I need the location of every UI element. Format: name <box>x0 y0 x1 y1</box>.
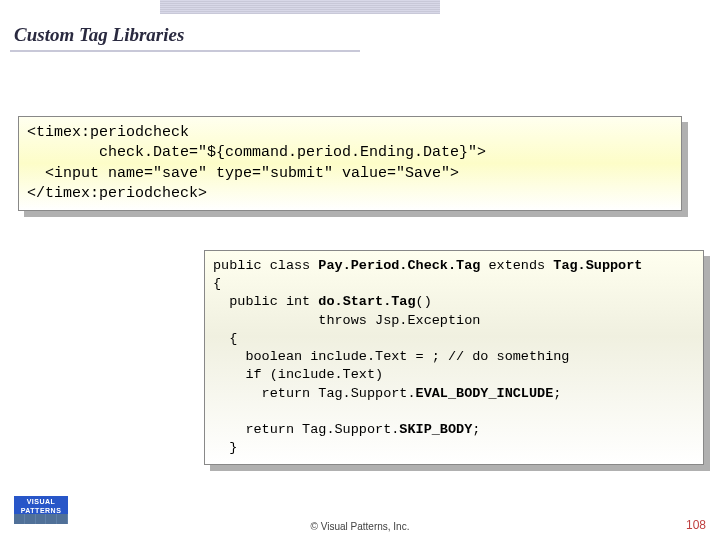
c2-l10b: SKIP_BODY <box>399 422 472 437</box>
code-box-2: public class Pay.Period.Check.Tag extend… <box>204 250 704 465</box>
logo-text-1: VISUAL <box>14 497 68 506</box>
c2-l6: boolean include.Text = ; // do something <box>213 349 569 364</box>
code1-line1: <timex:periodcheck <box>27 124 189 141</box>
page-number: 108 <box>686 518 706 532</box>
c2-l11: } <box>213 440 237 455</box>
code1-line2: check.Date="${command.period.Ending.Date… <box>27 144 486 161</box>
c2-l1a: public class <box>213 258 318 273</box>
footer-copyright: © Visual Patterns, Inc. <box>0 521 720 532</box>
c2-l8a: return Tag.Support. <box>213 386 416 401</box>
title-underline <box>10 50 360 52</box>
c2-l4: throws Jsp.Exception <box>213 313 480 328</box>
c2-l1d: Tag.Support <box>553 258 642 273</box>
code-box-1: <timex:periodcheck check.Date="${command… <box>18 116 682 211</box>
c2-l8b: EVAL_BODY_INCLUDE <box>416 386 554 401</box>
logo-text: VISUAL PATTERNS <box>14 496 68 514</box>
decorative-top-bar <box>160 0 440 14</box>
c2-l10a: return Tag.Support. <box>213 422 399 437</box>
c2-l3a: public int <box>213 294 318 309</box>
c2-l1c: extends <box>480 258 553 273</box>
c2-l3c: () <box>416 294 432 309</box>
c2-l8c: ; <box>553 386 561 401</box>
c2-l5: { <box>213 331 237 346</box>
c2-l1b: Pay.Period.Check.Tag <box>318 258 480 273</box>
c2-l2: { <box>213 276 221 291</box>
code1-line3: <input name="save" type="submit" value="… <box>27 165 459 182</box>
slide-title: Custom Tag Libraries <box>14 24 184 46</box>
c2-l7: if (include.Text) <box>213 367 383 382</box>
c2-l3b: do.Start.Tag <box>318 294 415 309</box>
code1-line4: </timex:periodcheck> <box>27 185 207 202</box>
c2-l10c: ; <box>472 422 480 437</box>
